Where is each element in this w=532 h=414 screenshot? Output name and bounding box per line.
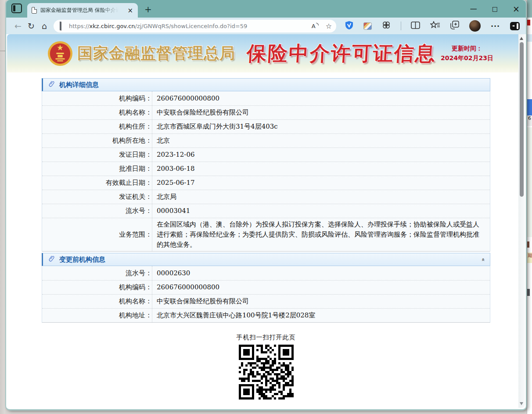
section-title: 变更前机构信息 bbox=[59, 256, 105, 264]
settings-more-icon[interactable]: ··· bbox=[491, 22, 500, 30]
browser-titlebar: 国家金融监督管理总局 保险中介许可证信息 × + — □ × bbox=[6, 0, 526, 18]
update-time: 更新时间： 2024年02月23日 bbox=[441, 44, 493, 63]
sliver-blue-cell bbox=[527, 99, 532, 115]
read-aloud-icon[interactable]: A bbox=[312, 23, 319, 29]
close-button[interactable]: × bbox=[513, 5, 520, 13]
refresh-icon[interactable]: ↻ bbox=[25, 21, 38, 31]
sliver-titlebar-fragment bbox=[527, 0, 532, 18]
paperclip-icon bbox=[48, 255, 55, 264]
row-label: 流水号： bbox=[42, 266, 152, 280]
favorites-list-icon[interactable] bbox=[430, 21, 440, 31]
national-emblem bbox=[47, 41, 73, 66]
table-row: 发证机关：北京局 bbox=[42, 190, 490, 204]
table-row: 机构地址：北京市大兴区魏善庄镇中心路100号院1号楼2层028室 bbox=[42, 308, 490, 322]
row-label: 机构编码： bbox=[42, 281, 152, 294]
back-icon[interactable]: ← bbox=[11, 21, 25, 31]
browser-tab[interactable]: 国家金融监督管理总局 保险中介许可证信息 × bbox=[27, 3, 138, 18]
row-value: 北京 bbox=[152, 134, 490, 148]
qr-caption: 手机扫一扫打开此页 bbox=[7, 334, 525, 342]
table-row: 批准日期：2003-06-18 bbox=[42, 162, 490, 176]
collapse-icon[interactable]: « bbox=[481, 258, 487, 261]
screen: 6 期 国家金融监督管理总局 保险中介许可证信息 × + — □ × ← ↻ bbox=[0, 0, 532, 414]
qr-block: 手机扫一扫打开此页 bbox=[7, 334, 525, 401]
row-label: 发证日期： bbox=[42, 148, 152, 162]
address-bar[interactable]: https://xkz.cbirc.gov.cn/zj/GNWqRS/showL… bbox=[54, 20, 336, 32]
section-header: 变更前机构信息« bbox=[42, 253, 490, 266]
maximize-button[interactable]: □ bbox=[492, 6, 498, 12]
table-row: 机构编码：260676000000800 bbox=[42, 280, 490, 294]
lock-icon bbox=[60, 22, 65, 30]
page-icon bbox=[32, 7, 37, 14]
flower-extension-icon[interactable] bbox=[382, 21, 391, 31]
row-value: 中安联合保险经纪股份有限公司 bbox=[152, 295, 490, 308]
background-window-sliver: 6 期 bbox=[527, 0, 532, 414]
url-text[interactable]: https://xkz.cbirc.gov.cn/zj/GNWqRS/showL… bbox=[69, 23, 307, 29]
table-row: 流水号：00003041 bbox=[42, 204, 490, 218]
new-tab-button[interactable]: + bbox=[144, 4, 152, 14]
row-value: 在全国区域内（港、澳、台除外）为投保人拟订投保方案、选择保险人、办理投保手续；协… bbox=[152, 218, 490, 251]
table-row: 业务范围：在全国区域内（港、澳、台除外）为投保人拟订投保方案、选择保险人、办理投… bbox=[42, 218, 490, 251]
copilot-sidebar-icon[interactable] bbox=[510, 22, 520, 30]
browser-window: 国家金融监督管理总局 保险中介许可证信息 × + — □ × ← ↻ ⌂ htt… bbox=[5, 0, 527, 410]
sliver-header-fragment bbox=[527, 34, 532, 42]
table-row: 机构住所：北京市西城区阜成门外大街31号4层403c bbox=[42, 119, 490, 133]
row-value: 北京市大兴区魏善庄镇中心路100号院1号楼2层028室 bbox=[152, 309, 490, 322]
scroll-up-arrow[interactable] bbox=[520, 37, 523, 40]
row-label: 机构地址： bbox=[42, 309, 152, 322]
sliver-char-cell: 期 bbox=[527, 252, 532, 263]
split-screen-icon[interactable] bbox=[411, 22, 420, 31]
org-name: 国家金融监督管理总局 bbox=[77, 43, 235, 64]
minimize-button[interactable]: — bbox=[470, 5, 477, 12]
row-value: 260676000000800 bbox=[152, 281, 490, 294]
sliver-red-fragment bbox=[527, 20, 530, 25]
browser-toolbar: ← ↻ ⌂ https://xkz.cbirc.gov.cn/zj/GNWqRS… bbox=[6, 18, 526, 34]
license-section: 机构详细信息机构编码：260676000000800机构名称：中安联合保险经纪股… bbox=[42, 78, 490, 252]
page-title: 保险中介许可证信息 bbox=[246, 40, 437, 67]
table-row: 机构所在地：北京 bbox=[42, 133, 490, 148]
row-label: 机构所在地： bbox=[42, 134, 152, 148]
page-viewport: 国家金融监督管理总局 保险中介许可证信息 更新时间： 2024年02月23日 机… bbox=[7, 34, 525, 408]
sliver-dark-fragment bbox=[527, 289, 530, 296]
favorite-star-icon[interactable]: ☆ bbox=[326, 22, 332, 30]
table-row: 发证日期：2023-12-06 bbox=[42, 148, 490, 162]
paperclip-icon bbox=[48, 80, 55, 89]
home-icon[interactable]: ⌂ bbox=[38, 21, 51, 31]
row-value: 北京局 bbox=[152, 190, 490, 204]
colorful-extension-icon[interactable] bbox=[363, 22, 372, 30]
page-scrollbar[interactable] bbox=[518, 34, 525, 408]
section-rows: 流水号：00002630机构编码：260676000000800机构名称：中安联… bbox=[42, 266, 490, 323]
sliver-small-fragment bbox=[527, 241, 529, 248]
collections-add-icon[interactable] bbox=[450, 21, 459, 31]
profile-avatar[interactable] bbox=[469, 20, 481, 32]
tab-close-icon[interactable]: × bbox=[126, 7, 134, 14]
row-value: 2003-06-18 bbox=[152, 162, 490, 176]
row-label: 机构名称： bbox=[42, 106, 152, 119]
license-sections: 机构详细信息机构编码：260676000000800机构名称：中安联合保险经纪股… bbox=[42, 78, 490, 323]
row-label: 业务范围： bbox=[42, 218, 152, 251]
toolbar-divider bbox=[401, 22, 401, 30]
row-label: 发证机关： bbox=[42, 190, 152, 204]
row-value: 260676000000800 bbox=[152, 91, 490, 105]
table-row: 机构编码：260676000000800 bbox=[42, 91, 490, 105]
section-rows: 机构编码：260676000000800机构名称：中安联合保险经纪股份有限公司机… bbox=[42, 91, 490, 252]
qr-code bbox=[239, 345, 294, 400]
row-label: 批准日期： bbox=[42, 162, 152, 176]
sliver-green-strip bbox=[527, 127, 532, 237]
row-value: 00003041 bbox=[152, 204, 490, 218]
shield-extension-icon[interactable] bbox=[345, 21, 353, 32]
table-row: 有效截止日期：2025-06-17 bbox=[42, 176, 490, 190]
desktop-edge-left bbox=[0, 0, 5, 414]
tab-title: 国家金融监督管理总局 保险中介许可证信息 bbox=[40, 7, 119, 14]
row-label: 有效截止日期： bbox=[42, 176, 152, 190]
row-value: 2025-06-17 bbox=[152, 176, 490, 190]
row-value: 2023-12-06 bbox=[152, 148, 490, 162]
workspaces-icon[interactable] bbox=[11, 4, 22, 13]
scroll-down-arrow[interactable] bbox=[520, 402, 523, 405]
scroll-thumb[interactable] bbox=[520, 42, 524, 197]
table-row: 流水号：00002630 bbox=[42, 266, 490, 280]
license-section: 变更前机构信息«流水号：00002630机构编码：260676000000800… bbox=[42, 253, 490, 323]
row-value: 北京市西城区阜成门外大街31号4层403c bbox=[152, 120, 490, 133]
row-label: 机构名称： bbox=[42, 295, 152, 308]
site-banner: 国家金融监督管理总局 保险中介许可证信息 更新时间： 2024年02月23日 bbox=[7, 34, 525, 72]
row-label: 机构住所： bbox=[42, 120, 152, 133]
